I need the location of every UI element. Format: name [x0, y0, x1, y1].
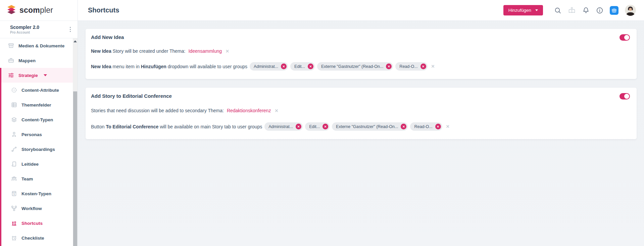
- rule-text: dropdown will available to user groups: [166, 64, 247, 69]
- sidebar-scrollbar[interactable]: [73, 38, 78, 246]
- clear-user-groups-icon[interactable]: ✕: [431, 64, 435, 69]
- user-group-tag[interactable]: Edit...✕: [290, 62, 315, 71]
- rule-text: Story will be created under Thema:: [111, 48, 186, 54]
- sidebar-item-personas[interactable]: Personas: [0, 127, 73, 142]
- shortcut-title: Add Story to Editorial Conference: [91, 93, 610, 99]
- chevron-down-icon: [44, 74, 47, 76]
- user-group-tag[interactable]: Externe "Gastnutzer" (Read-On...✕: [332, 122, 408, 131]
- workflow-icon: [11, 205, 17, 211]
- sidebar-item-checkliste[interactable]: Checkliste: [0, 231, 73, 245]
- remove-tag-icon[interactable]: ✕: [435, 124, 441, 129]
- notifications-bell-icon[interactable]: [582, 7, 590, 14]
- sidebar-item-label: Personas: [21, 132, 42, 137]
- chess-pieces-icon: [11, 220, 17, 226]
- toggle-knob: [624, 35, 629, 40]
- rule-text: Stories that need discussion will be add…: [91, 108, 224, 113]
- scroll-up-arrow-icon[interactable]: [73, 40, 77, 42]
- chevron-down-icon: [535, 9, 538, 11]
- thema-link[interactable]: Ideensammlung: [188, 48, 222, 54]
- table-icon: [11, 102, 17, 108]
- user-group-tag-label: Edit...: [294, 64, 305, 69]
- sidebar-item-medien-dokumente[interactable]: Medien & Dokumente: [0, 38, 73, 53]
- sidebar-item-label: Themenfelder: [21, 102, 51, 108]
- clear-user-groups-icon[interactable]: ✕: [446, 124, 450, 129]
- add-button-label: Hinzufügen: [508, 8, 531, 13]
- shortcut-rule-row: Stories that need discussion will be add…: [91, 108, 610, 113]
- sidebar-item-workflow[interactable]: Workflow: [0, 201, 73, 216]
- thema-link[interactable]: Redaktionskonferenz: [227, 108, 271, 113]
- scompler-logo[interactable]: scompler: [0, 0, 78, 21]
- scrollbar-thumb[interactable]: [73, 91, 77, 246]
- account-section: Scompler 2.0 Pro Account: [0, 21, 78, 38]
- sidebar-item-content-typen[interactable]: Content-Typen: [0, 112, 73, 127]
- alarm-clock-icon: [11, 235, 17, 241]
- user-group-tag[interactable]: Read-O...✕: [395, 62, 427, 71]
- remove-thema-icon[interactable]: ✕: [226, 49, 229, 54]
- target-icon: [11, 87, 17, 93]
- route-icon: [11, 146, 17, 152]
- top-bar: Shortcuts Hinzufügen: [78, 0, 644, 21]
- shortcut-rule-row: New Idea menu item in Hinzufügen dropdow…: [91, 62, 610, 71]
- shortcut-toggle-switch[interactable]: [620, 34, 630, 41]
- remove-thema-icon[interactable]: ✕: [275, 108, 278, 113]
- user-group-tag-label: Externe "Gastnutzer" (Read-On...: [336, 124, 398, 129]
- sidebar-item-label: Shortcuts: [21, 221, 43, 226]
- rule-text: Button: [91, 124, 106, 129]
- search-icon[interactable]: [554, 7, 561, 14]
- scompler-logo-icon: [6, 5, 16, 16]
- user-avatar[interactable]: [625, 5, 636, 16]
- sidebar-item-themenfelder[interactable]: Themenfelder: [0, 97, 73, 112]
- account-name: Scompler 2.0: [10, 25, 39, 30]
- sidebar-item-strategie[interactable]: Strategie: [0, 68, 73, 83]
- toggle-knob: [624, 94, 629, 99]
- page-title: Shortcuts: [88, 6, 119, 14]
- remove-tag-icon[interactable]: ✕: [386, 64, 392, 69]
- shortcut-title: Add New Idea: [91, 34, 610, 40]
- user-group-tag[interactable]: Administrat...✕: [250, 62, 288, 71]
- rule-text: Hinzufügen: [141, 64, 166, 69]
- intercom-messenger-icon[interactable]: [610, 6, 618, 15]
- user-group-tag[interactable]: Externe "Gastnutzer" (Read-On...✕: [317, 62, 393, 71]
- shortcut-card: Add Story to Editorial Conference Storie…: [86, 88, 637, 139]
- user-group-tag-label: Administrat...: [254, 64, 278, 69]
- sidebar-item-leitidee[interactable]: Leitidee: [0, 157, 73, 171]
- scompler-app: scompler Scompler 2.0 Pro Account Medien…: [0, 0, 644, 246]
- sidebar-item-label: Content-Attribute: [21, 88, 59, 93]
- sidebar-item-kosten-typen[interactable]: $ Kosten-Typen: [0, 186, 73, 201]
- remove-tag-icon[interactable]: ✕: [281, 64, 287, 69]
- persona-icon: [11, 131, 17, 137]
- briefcase-icon: [8, 57, 14, 64]
- sidebar-item-label: Leitidee: [21, 162, 39, 167]
- info-icon[interactable]: [596, 7, 603, 14]
- user-group-tag[interactable]: Administrat...✕: [264, 122, 303, 131]
- rule-text: will be available on main Story tab to u…: [158, 124, 262, 129]
- header-controls: Hinzufügen: [503, 5, 636, 16]
- user-group-tag-label: Read-O...: [399, 64, 417, 69]
- sidebar-item-shortcuts[interactable]: Shortcuts: [0, 216, 73, 231]
- user-group-tag[interactable]: Edit...✕: [305, 122, 330, 131]
- shortcut-rule-row: New Idea Story will be created under The…: [91, 48, 610, 54]
- sidebar-nav: Medien & Dokumente Mappen Strategie Cont…: [0, 38, 73, 246]
- sidebar-item-label: Checkliste: [21, 236, 44, 241]
- sidebar-item-mappen[interactable]: Mappen: [0, 53, 73, 68]
- sidebar-item-label: Kosten-Typen: [21, 191, 51, 196]
- user-group-tag[interactable]: Read-O...✕: [410, 122, 442, 131]
- sidebar-item-team[interactable]: Team: [0, 171, 73, 186]
- scroll-icon: [11, 161, 17, 167]
- remove-tag-icon[interactable]: ✕: [308, 64, 313, 69]
- svg-text:$: $: [13, 193, 15, 196]
- sidebar-item-label: Team: [21, 176, 33, 181]
- remove-tag-icon[interactable]: ✕: [296, 124, 301, 129]
- sidebar-item-label: Content-Typen: [21, 117, 53, 122]
- sidebar-item-content-attribute[interactable]: Content-Attribute: [0, 83, 73, 97]
- academy-icon[interactable]: [568, 7, 576, 14]
- add-button[interactable]: Hinzufügen: [503, 5, 543, 15]
- remove-tag-icon[interactable]: ✕: [420, 64, 426, 69]
- user-group-tag-label: Edit...: [309, 124, 320, 129]
- remove-tag-icon[interactable]: ✕: [323, 124, 328, 129]
- sidebar-item-storyboardings[interactable]: Storyboardings: [0, 142, 73, 157]
- shortcut-toggle-switch[interactable]: [620, 93, 630, 99]
- cost-types-icon: $: [11, 191, 17, 197]
- remove-tag-icon[interactable]: ✕: [401, 124, 406, 129]
- kebab-menu-icon[interactable]: [68, 26, 72, 33]
